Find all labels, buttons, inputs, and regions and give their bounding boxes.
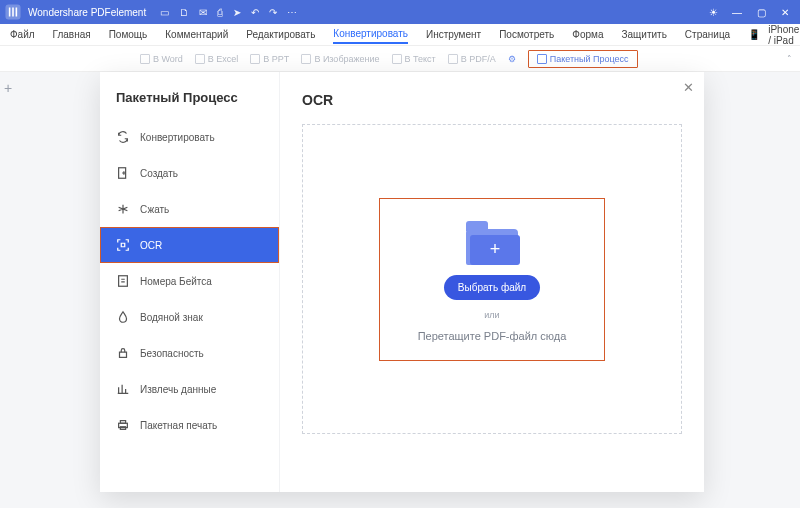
modal-title: Пакетный Процесс: [100, 90, 279, 119]
svg-rect-3: [120, 352, 127, 357]
maximize-button[interactable]: ▢: [754, 7, 768, 18]
watermark-icon: [116, 310, 130, 324]
close-window-button[interactable]: ✕: [778, 7, 792, 18]
to-image-button[interactable]: В Изображение: [301, 54, 379, 64]
sidebar-item-create[interactable]: Создать: [100, 155, 279, 191]
sidebar-item-compress[interactable]: Сжать: [100, 191, 279, 227]
sidebar-item-watermark[interactable]: Водяной знак: [100, 299, 279, 335]
menu-view[interactable]: Посмотреть: [499, 26, 554, 43]
sidebar-item-label: OCR: [140, 240, 162, 251]
sidebar-item-label: Безопасность: [140, 348, 204, 359]
create-icon: [116, 166, 130, 180]
close-modal-button[interactable]: ✕: [683, 80, 694, 95]
folder-plus-icon: +: [464, 221, 520, 265]
menu-form[interactable]: Форма: [572, 26, 603, 43]
sidebar-item-security[interactable]: Безопасность: [100, 335, 279, 371]
svg-rect-2: [119, 276, 128, 287]
menu-comment[interactable]: Комментарий: [165, 26, 228, 43]
bates-icon: [116, 274, 130, 288]
to-excel-button[interactable]: В Excel: [195, 54, 239, 64]
device-label[interactable]: iPhone / iPad: [768, 24, 800, 46]
ocr-icon: [116, 238, 130, 252]
to-word-button[interactable]: В Word: [140, 54, 183, 64]
menu-page[interactable]: Страница: [685, 26, 730, 43]
sidebar-item-convert[interactable]: Конвертировать: [100, 119, 279, 155]
sidebar-item-label: Номера Бейтса: [140, 276, 212, 287]
folder-icon[interactable]: ▭: [160, 7, 169, 18]
sidebar-item-label: Создать: [140, 168, 178, 179]
sidebar-item-label: Пакетная печать: [140, 420, 217, 431]
app-logo-icon: [4, 3, 22, 21]
sidebar-item-label: Извлечь данные: [140, 384, 216, 395]
lock-icon: [116, 346, 130, 360]
menu-help[interactable]: Помощь: [109, 26, 148, 43]
modal-sidebar: Пакетный Процесс Конвертировать Создать …: [100, 72, 280, 492]
mail-icon[interactable]: ✉: [199, 7, 207, 18]
app-title: Wondershare PDFelement: [28, 7, 146, 18]
sidebar-item-label: Сжать: [140, 204, 169, 215]
pane-title: OCR: [302, 92, 682, 108]
device-icon: 📱: [748, 29, 760, 40]
batch-process-button[interactable]: Пакетный Процесс: [528, 50, 638, 68]
new-tab-button[interactable]: +: [4, 80, 12, 96]
menubar: Файл Главная Помощь Комментарий Редактир…: [0, 24, 800, 46]
sidebar-item-extract[interactable]: Извлечь данные: [100, 371, 279, 407]
more-icon[interactable]: ⋯: [287, 7, 297, 18]
redo-icon[interactable]: ↷: [269, 7, 277, 18]
undo-icon[interactable]: ↶: [251, 7, 259, 18]
print-icon[interactable]: ⎙: [217, 7, 223, 18]
compress-icon: [116, 202, 130, 216]
new-doc-icon[interactable]: 🗋: [179, 7, 189, 18]
dropzone[interactable]: + Выбрать файл или Перетащите PDF-файл с…: [302, 124, 682, 434]
menu-home[interactable]: Главная: [53, 26, 91, 43]
sidebar-item-label: Водяной знак: [140, 312, 203, 323]
settings-icon[interactable]: ⚙: [508, 54, 516, 64]
collapse-toolbar-icon[interactable]: ˄: [787, 54, 792, 64]
titlebar-quick-actions: ▭ 🗋 ✉ ⎙ ➤ ↶ ↷ ⋯: [160, 7, 297, 18]
choose-file-button[interactable]: Выбрать файл: [444, 275, 540, 300]
dropzone-inner: + Выбрать файл или Перетащите PDF-файл с…: [379, 198, 605, 361]
minimize-button[interactable]: —: [730, 7, 744, 18]
menu-tool[interactable]: Инструмент: [426, 26, 481, 43]
titlebar: Wondershare PDFelement ▭ 🗋 ✉ ⎙ ➤ ↶ ↷ ⋯ ☀…: [0, 0, 800, 24]
modal-pane: OCR + Выбрать файл или Перетащите PDF-фа…: [280, 72, 704, 492]
sidebar-item-bates[interactable]: Номера Бейтса: [100, 263, 279, 299]
to-text-button[interactable]: В Текст: [392, 54, 436, 64]
menu-convert[interactable]: Конвертировать: [333, 25, 408, 44]
print-icon: [116, 418, 130, 432]
drag-hint: Перетащите PDF-файл сюда: [418, 330, 567, 342]
svg-rect-5: [120, 421, 125, 424]
menu-protect[interactable]: Защитить: [621, 26, 666, 43]
sidebar-item-label: Конвертировать: [140, 132, 215, 143]
convert-toolbar: В Word В Excel В PPT В Изображение В Тек…: [0, 46, 800, 72]
batch-process-modal: ✕ Пакетный Процесс Конвертировать Создат…: [100, 72, 704, 492]
sidebar-item-print[interactable]: Пакетная печать: [100, 407, 279, 443]
to-ppt-button[interactable]: В PPT: [250, 54, 289, 64]
share-icon[interactable]: ➤: [233, 7, 241, 18]
sidebar-item-ocr[interactable]: OCR: [100, 227, 279, 263]
extract-icon: [116, 382, 130, 396]
to-pdfa-button[interactable]: В PDF/A: [448, 54, 496, 64]
theme-icon[interactable]: ☀: [706, 7, 720, 18]
menu-edit[interactable]: Редактировать: [246, 26, 315, 43]
menu-file[interactable]: Файл: [10, 26, 35, 43]
convert-icon: [116, 130, 130, 144]
or-text: или: [484, 310, 499, 320]
